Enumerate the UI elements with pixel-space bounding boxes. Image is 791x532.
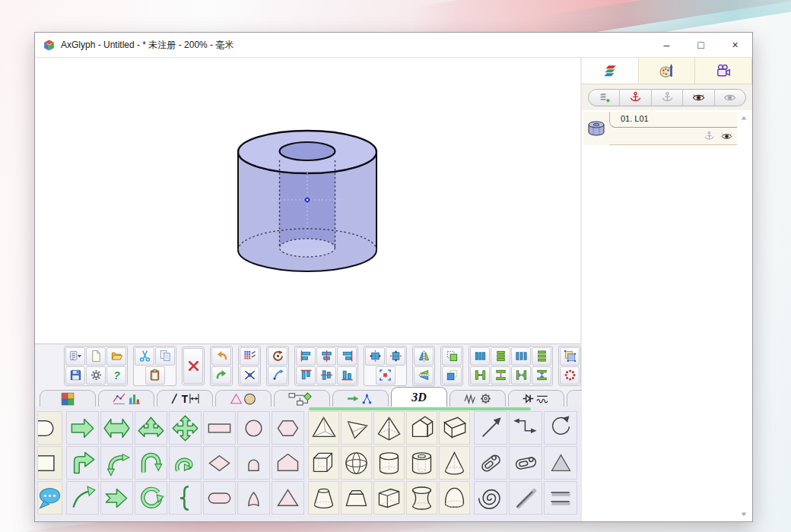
palette-shape-triangle[interactable] xyxy=(272,481,304,515)
toolbar-dist-rows-button[interactable] xyxy=(491,347,510,366)
palette-shape-tetrahedron-tilted[interactable] xyxy=(341,411,372,445)
canvas-shape-tube[interactable] xyxy=(35,58,580,344)
palette-shape-arch[interactable] xyxy=(237,446,270,480)
palette-shape-diamond[interactable] xyxy=(203,446,236,480)
palette-shape-pentagon[interactable] xyxy=(272,446,304,480)
palette-shape-arrow-right[interactable] xyxy=(66,411,99,445)
palette-shape-pin-flat[interactable] xyxy=(509,446,542,480)
palette-shape-arrow-diagonal[interactable] xyxy=(474,411,507,445)
palette-shape-curly-brace[interactable] xyxy=(169,481,202,515)
palette-shape-pentagonal-prism[interactable] xyxy=(406,411,437,445)
scroll-up-icon[interactable] xyxy=(739,113,749,122)
tab-charts[interactable] xyxy=(98,390,154,407)
panel-tab-animation[interactable] xyxy=(695,58,752,84)
palette-shape-arrow-left-right[interactable] xyxy=(100,411,133,445)
scroll-down-icon[interactable] xyxy=(739,509,749,518)
toolbar-align-left-button[interactable] xyxy=(296,347,316,366)
toolbar-dist-rows-gap-button[interactable] xyxy=(532,347,551,366)
toolbar-center-h-button[interactable] xyxy=(365,347,385,366)
toolbar-send-backward-button[interactable] xyxy=(442,366,462,385)
tab-flowchart[interactable] xyxy=(274,390,330,407)
palette-shape-arrow-rotate[interactable] xyxy=(544,411,577,445)
toolbar-paste-button[interactable] xyxy=(145,366,165,385)
layer-visibility-icon[interactable] xyxy=(721,131,732,142)
panel-tab-layers[interactable] xyxy=(582,58,639,84)
toolbar-dist-cols-button[interactable] xyxy=(470,347,490,366)
palette-shape-arrow-swoosh[interactable] xyxy=(66,481,99,515)
toolbar-help-button[interactable]: ? xyxy=(106,366,126,385)
toolbar-flip-v-button[interactable] xyxy=(414,366,434,385)
toolbar-align-center-button[interactable] xyxy=(316,347,336,366)
toolbar-center-v-button[interactable] xyxy=(386,347,405,366)
palette-shape-pin-tilted[interactable] xyxy=(474,446,507,480)
toolbar-cut-button[interactable] xyxy=(135,347,154,366)
tab-drawing[interactable]: T xyxy=(157,390,213,407)
palette-shape-stadium[interactable] xyxy=(203,481,236,515)
palette-shape-cube[interactable] xyxy=(308,446,339,480)
close-button[interactable]: × xyxy=(718,33,752,57)
toolbar-settings-button[interactable] xyxy=(86,366,106,385)
palette-shape-arrow-circular[interactable] xyxy=(135,481,167,515)
toolbar-redo-button[interactable] xyxy=(211,366,231,385)
toolbar-delete-button[interactable] xyxy=(183,348,203,384)
toolbar-space-v-blue-button[interactable] xyxy=(532,366,551,385)
palette-shape-dome[interactable] xyxy=(439,481,470,515)
palette-shape-tube[interactable] xyxy=(406,446,437,480)
palette-shape-cone[interactable] xyxy=(439,446,470,480)
palette-shape-arrow-four-way[interactable] xyxy=(169,411,202,445)
toolbar-orbit-button[interactable] xyxy=(268,366,287,385)
palette-shape-arrow-three-way[interactable] xyxy=(135,411,167,445)
palette-shape-arrow-curved-double[interactable] xyxy=(100,446,133,480)
toolbar-dist-cols-gap-button[interactable] xyxy=(511,347,531,366)
anchor-red-button[interactable] xyxy=(620,90,651,106)
palette-shape-open-rect[interactable] xyxy=(37,446,62,480)
palette-shape-rectangle[interactable] xyxy=(203,411,236,445)
palette-shape-cuboid[interactable] xyxy=(373,481,405,515)
tab-electronics[interactable] xyxy=(508,390,564,407)
toolbar-dot-pattern-button[interactable] xyxy=(560,366,580,385)
palette-shape-pointed-arch[interactable] xyxy=(237,481,270,515)
tab-mechanical[interactable] xyxy=(450,390,506,407)
palette-shape-arrow-notched[interactable] xyxy=(100,481,133,515)
toolbar-group-button[interactable] xyxy=(560,347,580,366)
tab-shapes[interactable] xyxy=(215,390,272,407)
tab-solids[interactable]: 3D xyxy=(391,387,447,407)
palette-shape-cone-frustum[interactable] xyxy=(308,481,339,515)
layer-item[interactable]: 01. L01 xyxy=(583,112,737,145)
anchor-gray-button[interactable] xyxy=(652,90,683,106)
toolbar-new-document-button[interactable] xyxy=(86,347,106,366)
toolbar-center-both-button[interactable] xyxy=(376,366,396,385)
palette-shape-tetrahedron[interactable] xyxy=(308,411,339,445)
eye-gray-button[interactable] xyxy=(715,90,745,106)
toolbar-open-folder-button[interactable] xyxy=(106,347,126,366)
palette-shape-triangular-prism[interactable] xyxy=(439,411,470,445)
toolbar-bring-forward-button[interactable] xyxy=(442,347,462,366)
layer-anchor-icon[interactable] xyxy=(704,131,715,142)
palette-shape-pyramid[interactable] xyxy=(373,411,405,445)
palette-shape-thick-stroke[interactable] xyxy=(509,481,542,515)
toolbar-main-menu-button[interactable] xyxy=(65,347,85,366)
toolbar-node-edit-button[interactable] xyxy=(240,366,259,385)
palette-shape-d-shape[interactable] xyxy=(37,411,62,445)
palette-shape-double-bars[interactable] xyxy=(544,481,577,515)
palette-shape-arrow-bent[interactable] xyxy=(66,446,99,480)
drawing-canvas[interactable] xyxy=(35,58,580,344)
toolbar-space-h-button[interactable] xyxy=(470,366,490,385)
toolbar-grid-pen-button[interactable] xyxy=(240,347,259,366)
palette-shape-pyramid-frustum[interactable] xyxy=(341,481,372,515)
toolbar-space-h-blue-button[interactable] xyxy=(511,366,531,385)
palette-shape-speech-bubble[interactable] xyxy=(37,481,62,515)
palette-shape-circle[interactable] xyxy=(237,411,270,445)
palette-shape-cylinder[interactable] xyxy=(373,446,405,480)
eye-button[interactable] xyxy=(683,90,714,106)
palette-shape-spiral[interactable] xyxy=(474,481,507,515)
tab-chemistry[interactable] xyxy=(332,390,389,407)
toolbar-save-button[interactable] xyxy=(65,366,85,385)
layer-name-tab[interactable]: 01. L01 xyxy=(609,112,737,128)
toolbar-align-bottom-button[interactable] xyxy=(337,366,357,385)
toolbar-align-right-button[interactable] xyxy=(337,347,357,366)
toolbar-align-top-button[interactable] xyxy=(296,366,316,385)
palette-shape-arrow-uturn[interactable] xyxy=(135,446,167,480)
toolbar-copy-button[interactable] xyxy=(155,347,175,366)
maximize-button[interactable]: □ xyxy=(684,33,718,57)
